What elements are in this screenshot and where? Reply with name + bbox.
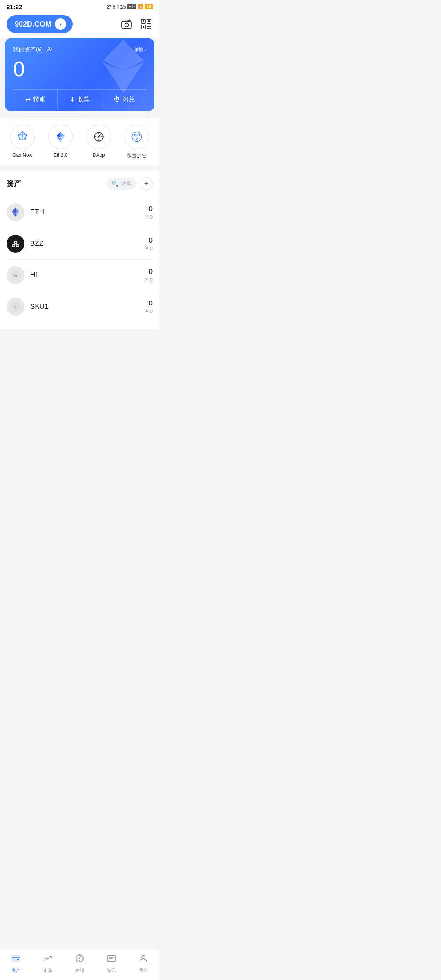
asset-card: 我的资产(¥) 👁 详情 › 0 ⇌ 转账 ⬇ 收款 ⏱ 闪兑 — [5, 38, 154, 111]
bzz-cny: ¥ 0 — [145, 245, 153, 252]
hi-name-wrap: HI — [30, 271, 145, 279]
search-bar: 🔍 搜索 + — [107, 177, 153, 190]
svg-point-44 — [15, 242, 16, 243]
receive-label: 收款 — [78, 96, 90, 103]
svg-text:EVM: EVM — [134, 134, 140, 137]
sku1-values: 0 ¥ 0 — [145, 299, 153, 314]
asset-title: 我的资产(¥) 👁 — [13, 46, 53, 53]
gas-now-label: Gas Now — [12, 152, 32, 158]
receive-icon: ⬇ — [70, 96, 75, 103]
bzz-values: 0 ¥ 0 — [145, 236, 153, 252]
brand-name: 902D.COM — [15, 20, 51, 29]
flash-label: 闪兑 — [122, 96, 135, 103]
asset-item-eth[interactable]: ETH 0 ¥ 0 — [7, 197, 153, 228]
hi-values: 0 ¥ 0 — [145, 268, 153, 283]
svg-rect-0 — [122, 21, 131, 28]
hi-name: HI — [30, 271, 37, 279]
svg-line-34 — [99, 134, 101, 136]
bzz-name: BZZ — [30, 240, 43, 247]
eth-values: 0 ¥ 0 — [145, 205, 153, 220]
hi-logo: hi — [7, 266, 24, 284]
asset-item-bzz[interactable]: BZZ 0 ¥ 0 — [7, 228, 153, 260]
header-actions — [120, 18, 153, 31]
quick-item-dapp[interactable]: DApp — [87, 125, 111, 159]
add-wallet-icon[interactable] — [120, 18, 133, 31]
sku1-name-wrap: SKU1 — [30, 303, 145, 311]
transfer-label: 转账 — [33, 96, 45, 103]
asset-title-text: 我的资产(¥) — [13, 46, 43, 53]
eth2-label: Eth2.0 — [53, 152, 68, 158]
asset-item-sku1[interactable]: S SKU1 0 ¥ 0 — [7, 291, 153, 322]
status-bar: 21:22 27.8 KB/s HD 📶 18 — [0, 0, 159, 12]
evm-icon-circle: EVM — [125, 125, 149, 149]
svg-text:S: S — [15, 305, 17, 309]
transfer-icon: ⇌ — [25, 96, 31, 103]
sku1-cny: ¥ 0 — [145, 308, 153, 314]
eth-logo — [7, 203, 24, 221]
sku1-logo: S — [7, 298, 24, 316]
svg-text:hi: hi — [14, 274, 17, 278]
transfer-button[interactable]: ⇌ 转账 — [13, 90, 57, 109]
hi-cny: ¥ 0 — [145, 277, 153, 283]
hi-balance: 0 — [145, 268, 153, 276]
eth-name-wrap: ETH — [30, 208, 145, 216]
status-time: 21:22 — [7, 3, 22, 10]
search-icon: 🔍 — [111, 180, 118, 187]
detail-link[interactable]: 详情 › — [133, 46, 146, 53]
sku1-balance: 0 — [145, 299, 153, 307]
receive-button[interactable]: ⬇ 收款 — [57, 90, 102, 109]
svg-point-46 — [17, 245, 18, 246]
scan-icon[interactable] — [140, 18, 153, 31]
hd-badge: HD — [127, 4, 136, 9]
asset-item-hi[interactable]: hi HI 0 ¥ 0 — [7, 260, 153, 291]
search-input-wrap[interactable]: 🔍 搜索 — [107, 178, 136, 190]
quick-item-evm[interactable]: EVM 快捷加链 — [125, 125, 149, 159]
eth-name: ETH — [30, 208, 44, 216]
bzz-logo — [7, 235, 24, 253]
brand-arrow-icon: › — [55, 18, 66, 30]
dapp-label: DApp — [93, 152, 105, 158]
svg-point-45 — [13, 245, 14, 246]
svg-point-1 — [125, 23, 129, 27]
bzz-name-wrap: BZZ — [30, 240, 145, 248]
gas-now-icon-circle — [10, 125, 35, 149]
assets-title: 资产 — [7, 179, 21, 189]
signal-icon: 📶 — [138, 4, 143, 9]
brand-button[interactable]: 902D.COM › — [7, 15, 73, 33]
eth2-icon-circle — [48, 125, 73, 149]
eth-cny: ¥ 0 — [145, 214, 153, 220]
svg-rect-8 — [148, 20, 150, 22]
search-placeholder: 搜索 — [121, 180, 131, 187]
assets-section: 资产 🔍 搜索 + ETH 0 ¥ 0 — [0, 171, 159, 329]
svg-rect-7 — [143, 20, 144, 22]
add-asset-button[interactable]: + — [140, 177, 153, 190]
sku1-name: SKU1 — [30, 303, 48, 310]
bzz-balance: 0 — [145, 236, 153, 245]
quick-links: Gas Now Eth2.0 DApp — [0, 118, 159, 166]
speed-indicator: 27.8 KB/s — [107, 4, 126, 9]
evm-label: 快捷加链 — [127, 152, 147, 159]
battery-icon: 18 — [145, 4, 153, 9]
assets-header: 资产 🔍 搜索 + — [7, 177, 153, 190]
dapp-icon-circle — [87, 125, 111, 149]
eye-icon[interactable]: 👁 — [46, 46, 53, 53]
quick-item-gas-now[interactable]: Gas Now — [10, 125, 35, 159]
flash-icon: ⏱ — [114, 96, 120, 103]
quick-item-eth2[interactable]: Eth2.0 — [48, 125, 73, 159]
status-icons: 27.8 KB/s HD 📶 18 — [107, 4, 153, 9]
eth-balance: 0 — [145, 205, 153, 213]
app-header: 902D.COM › — [0, 12, 159, 38]
svg-rect-9 — [143, 26, 144, 28]
